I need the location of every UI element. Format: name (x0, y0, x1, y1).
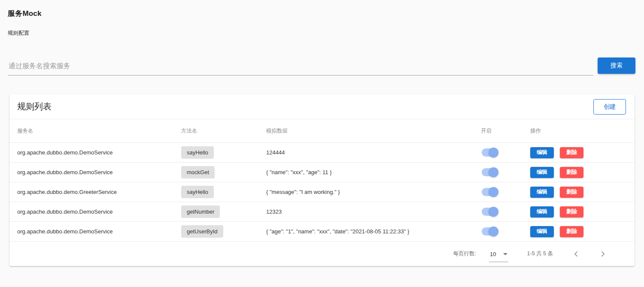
service-name: org.apache.dubbo.demo.DemoService (17, 228, 181, 235)
card-header: 规则列表 创建 (9, 94, 635, 119)
edit-button[interactable]: 编辑 (530, 187, 554, 198)
edit-button[interactable]: 编辑 (530, 206, 554, 218)
table-row: org.apache.dubbo.demo.GreeterService say… (9, 182, 635, 202)
method-chip: mockGet (181, 166, 215, 178)
enabled-cell (481, 208, 530, 216)
card-title: 规则列表 (17, 101, 52, 112)
column-header-enabled: 开启 (481, 127, 530, 135)
service-name: org.apache.dubbo.demo.GreeterService (17, 189, 181, 195)
chevron-down-icon (503, 253, 507, 255)
chevron-right-icon (599, 251, 606, 257)
method-cell: mockGet (181, 166, 266, 178)
method-chip: getUserById (181, 225, 223, 238)
toggle-thumb-icon (489, 167, 498, 177)
method-chip: sayHello (181, 186, 214, 198)
enable-toggle[interactable] (482, 168, 498, 176)
method-cell: sayHello (181, 186, 266, 198)
page-header: 服务Mock 规则配置 搜索 (0, 0, 644, 76)
enable-toggle[interactable] (482, 148, 498, 157)
toggle-thumb-icon (489, 227, 498, 236)
rows-per-page-select[interactable]: 10 (489, 251, 508, 262)
edit-button[interactable]: 编辑 (530, 226, 554, 237)
delete-button[interactable]: 删除 (560, 226, 583, 237)
method-chip: sayHello (181, 146, 214, 159)
rows-per-page-value: 10 (490, 251, 496, 257)
toggle-thumb-icon (489, 148, 498, 157)
actions-cell: 编辑 删除 (530, 226, 627, 237)
method-cell: getNumber (181, 205, 266, 218)
search-input[interactable] (8, 60, 593, 76)
delete-button[interactable]: 删除 (560, 187, 583, 198)
chevron-left-icon (573, 251, 580, 257)
next-page-button[interactable] (599, 251, 606, 257)
enabled-cell (481, 227, 530, 236)
delete-button[interactable]: 删除 (560, 206, 583, 218)
enabled-cell (481, 148, 530, 157)
service-name: org.apache.dubbo.demo.DemoService (17, 149, 181, 156)
actions-cell: 编辑 删除 (530, 147, 627, 158)
service-name: org.apache.dubbo.demo.DemoService (17, 169, 181, 175)
search-button[interactable]: 搜索 (598, 57, 635, 74)
method-cell: sayHello (181, 146, 266, 159)
pagination-bar: 每页行数: 10 1-5 共 5 条 (9, 242, 635, 266)
actions-cell: 编辑 删除 (530, 187, 627, 198)
enable-toggle[interactable] (482, 208, 498, 216)
mock-data: 12323 (266, 208, 481, 215)
method-chip: getNumber (181, 205, 220, 218)
actions-cell: 编辑 删除 (530, 167, 627, 178)
mock-data: { "message": "I am working." } (266, 189, 481, 195)
enable-toggle[interactable] (482, 227, 498, 236)
breadcrumb: 规则配置 (8, 30, 635, 37)
edit-button[interactable]: 编辑 (530, 147, 554, 158)
page-title: 服务Mock (8, 9, 635, 18)
mock-data: { "age": "1", "name": "xxx", "date": "20… (266, 228, 481, 235)
table-row: org.apache.dubbo.demo.DemoService getUse… (9, 222, 635, 242)
enable-toggle[interactable] (482, 188, 498, 196)
delete-button[interactable]: 删除 (560, 147, 583, 158)
table-header-row: 服务名 方法名 模拟数据 开启 操作 (9, 119, 635, 143)
edit-button[interactable]: 编辑 (530, 167, 554, 178)
service-name: org.apache.dubbo.demo.DemoService (17, 208, 181, 215)
method-cell: getUserById (181, 225, 266, 238)
enabled-cell (481, 168, 530, 176)
previous-page-button[interactable] (573, 251, 580, 257)
delete-button[interactable]: 删除 (560, 167, 583, 178)
pagination-range: 1-5 共 5 条 (527, 250, 553, 257)
column-header-actions: 操作 (530, 127, 627, 135)
table-row: org.apache.dubbo.demo.DemoService mockGe… (9, 163, 635, 182)
rule-list-card: 规则列表 创建 服务名 方法名 模拟数据 开启 操作 org.apache.du… (9, 94, 635, 266)
rows-per-page-label: 每页行数: (453, 250, 476, 257)
column-header-service: 服务名 (17, 127, 181, 135)
table-row: org.apache.dubbo.demo.DemoService sayHel… (9, 143, 635, 163)
actions-cell: 编辑 删除 (530, 206, 627, 218)
column-header-mock-data: 模拟数据 (266, 127, 481, 135)
mock-data: { "name": "xxx", "age": 11 } (266, 169, 481, 175)
enabled-cell (481, 188, 530, 196)
create-button[interactable]: 创建 (593, 99, 626, 115)
mock-data: 124444 (266, 149, 481, 156)
column-header-method: 方法名 (181, 127, 266, 135)
toggle-thumb-icon (489, 207, 498, 217)
search-bar: 搜索 (8, 57, 635, 76)
toggle-thumb-icon (489, 187, 498, 197)
table-row: org.apache.dubbo.demo.DemoService getNum… (9, 202, 635, 222)
